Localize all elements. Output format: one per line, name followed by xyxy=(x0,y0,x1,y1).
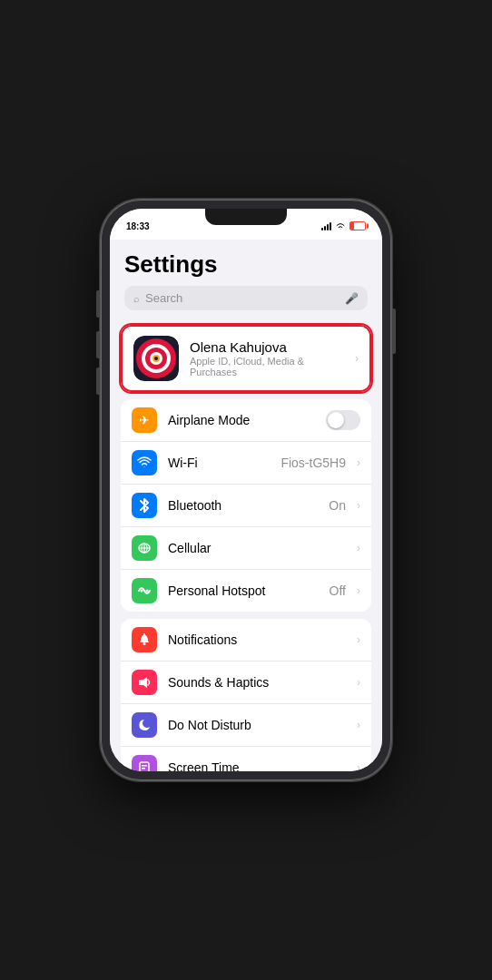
dnd-row[interactable]: Do Not Disturb › xyxy=(121,704,371,747)
notifications-row[interactable]: Notifications › xyxy=(121,619,371,662)
mic-icon: 🎤 xyxy=(345,292,359,305)
airplane-mode-toggle[interactable] xyxy=(326,410,360,430)
notifications-chevron: › xyxy=(357,633,360,646)
hotspot-row[interactable]: Personal Hotspot Off › xyxy=(121,570,371,612)
search-placeholder: Search xyxy=(145,291,339,305)
svg-rect-16 xyxy=(140,762,149,771)
sounds-icon xyxy=(132,670,157,695)
profile-info: Olena Kahujova Apple ID, iCloud, Media &… xyxy=(190,339,344,377)
svg-rect-18 xyxy=(142,765,147,767)
cellular-label: Cellular xyxy=(168,541,346,555)
sounds-label: Sounds & Haptics xyxy=(168,675,346,690)
hotspot-value: Off xyxy=(330,583,346,598)
signal-icon xyxy=(321,221,331,230)
status-icons xyxy=(321,221,366,230)
wifi-row[interactable]: Wi-Fi Fios-tG5H9 › xyxy=(121,442,371,485)
dnd-chevron: › xyxy=(357,719,360,731)
svg-marker-15 xyxy=(139,677,147,688)
profile-subtitle: Apple ID, iCloud, Media & Purchases xyxy=(190,356,344,377)
status-bar: 18:33 xyxy=(110,209,382,240)
hotspot-chevron: › xyxy=(357,584,360,597)
profile-name: Olena Kahujova xyxy=(190,339,344,355)
hotspot-icon xyxy=(132,578,157,603)
bluetooth-label: Bluetooth xyxy=(168,498,318,513)
profile-row[interactable]: Olena Kahujova Apple ID, iCloud, Media &… xyxy=(123,327,369,390)
sounds-chevron: › xyxy=(357,676,360,689)
dnd-label: Do Not Disturb xyxy=(168,718,346,732)
airplane-mode-row[interactable]: ✈ Airplane Mode xyxy=(121,399,371,442)
wifi-label: Wi-Fi xyxy=(168,456,270,470)
svg-rect-19 xyxy=(142,768,145,769)
profile-chevron: › xyxy=(355,352,359,365)
connectivity-group: ✈ Airplane Mode xyxy=(121,399,371,612)
svg-point-6 xyxy=(154,357,158,360)
search-bar[interactable]: ⌕ Search 🎤 xyxy=(124,286,368,310)
battery-icon xyxy=(349,221,366,230)
notch xyxy=(205,209,287,225)
notifications-icon xyxy=(132,627,157,652)
screentime-chevron: › xyxy=(357,761,360,771)
svg-point-12 xyxy=(146,590,149,593)
wifi-chevron: › xyxy=(357,456,360,469)
wifi-value: Fios-tG5H9 xyxy=(280,456,346,470)
notifications-label: Notifications xyxy=(168,632,346,647)
bluetooth-row[interactable]: Bluetooth On › xyxy=(121,485,371,527)
svg-point-11 xyxy=(141,590,143,593)
sounds-row[interactable]: Sounds & Haptics › xyxy=(121,662,371,704)
settings-header: Settings ⌕ Search 🎤 xyxy=(110,240,382,318)
screentime-row[interactable]: Screen Time › xyxy=(121,747,371,771)
airplane-mode-label: Airplane Mode xyxy=(168,413,315,427)
profile-section[interactable]: Olena Kahujova Apple ID, iCloud, Media &… xyxy=(121,325,371,392)
svg-point-14 xyxy=(143,633,145,635)
bluetooth-chevron: › xyxy=(357,499,360,512)
screentime-label: Screen Time xyxy=(168,760,346,771)
bluetooth-icon xyxy=(132,493,157,518)
page-title: Settings xyxy=(124,250,368,279)
svg-rect-13 xyxy=(143,642,146,645)
hotspot-label: Personal Hotspot xyxy=(168,583,319,598)
profile-avatar xyxy=(133,336,179,381)
search-icon: ⌕ xyxy=(133,293,140,304)
airplane-mode-icon: ✈ xyxy=(132,407,157,433)
wifi-icon xyxy=(335,221,346,230)
notifications-group: Notifications › Sounds & Haptics › xyxy=(121,619,371,771)
cellular-row[interactable]: Cellular › xyxy=(121,527,371,570)
phone-screen: 18:33 xyxy=(110,209,382,771)
status-time: 18:33 xyxy=(126,221,150,231)
screen-content[interactable]: Settings ⌕ Search 🎤 xyxy=(110,240,382,771)
phone-frame: 18:33 xyxy=(101,200,391,780)
wifi-icon-row xyxy=(132,450,157,475)
bluetooth-value: On xyxy=(329,498,346,513)
cellular-icon xyxy=(132,535,157,561)
cellular-chevron: › xyxy=(357,542,360,554)
screentime-icon xyxy=(132,755,157,771)
dnd-icon xyxy=(132,712,157,738)
